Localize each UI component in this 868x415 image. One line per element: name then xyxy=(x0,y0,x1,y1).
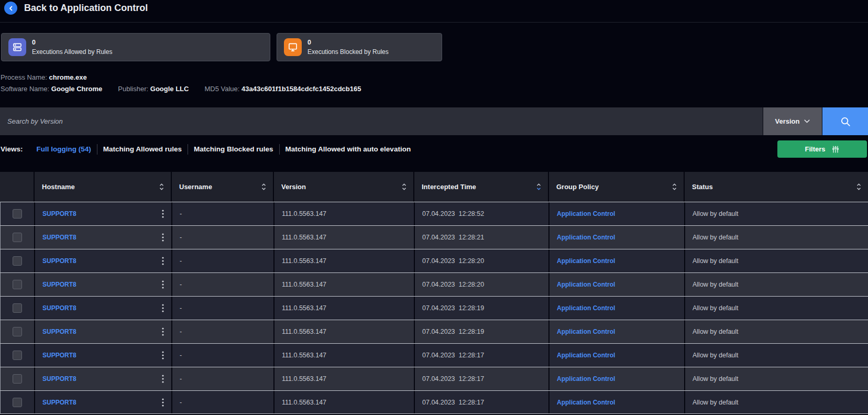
group-policy-link[interactable]: Application Control xyxy=(557,304,615,312)
search-field-dropdown[interactable]: Version xyxy=(763,107,822,135)
group-policy-link[interactable]: Application Control xyxy=(557,375,615,383)
row-checkbox[interactable] xyxy=(13,233,22,242)
username-cell: - xyxy=(172,367,273,390)
filters-button[interactable]: Filters xyxy=(777,140,867,158)
hostname-cell: SUPPORT8 xyxy=(35,202,171,225)
hostname-link[interactable]: SUPPORT8 xyxy=(42,234,76,241)
hostname-cell: SUPPORT8 xyxy=(35,320,171,343)
row-actions-button[interactable] xyxy=(160,373,166,385)
sort-icon xyxy=(159,183,164,191)
row-actions-button[interactable] xyxy=(160,278,166,291)
group-policy-link[interactable]: Application Control xyxy=(557,210,615,217)
group-policy-link[interactable]: Application Control xyxy=(557,234,615,241)
column-header-version[interactable]: Version xyxy=(274,172,413,202)
row-select-cell xyxy=(1,273,34,296)
row-checkbox[interactable] xyxy=(13,327,22,336)
status-cell: Allow by default xyxy=(685,273,868,296)
intercepted-time-cell: 07.04.2023 12:28:20 xyxy=(415,249,548,272)
hostname-link[interactable]: SUPPORT8 xyxy=(42,257,76,265)
username-cell: - xyxy=(172,391,273,413)
row-checkbox[interactable] xyxy=(13,256,22,266)
publisher: Publisher: Google LLC xyxy=(118,83,189,95)
row-select-cell xyxy=(1,226,34,249)
stat-label: Executions Blocked by Rules xyxy=(307,48,389,56)
group-policy-cell: Application Control xyxy=(550,391,684,413)
row-actions-button[interactable] xyxy=(160,208,166,220)
hostname-link[interactable]: SUPPORT8 xyxy=(42,304,76,312)
row-checkbox[interactable] xyxy=(13,280,22,289)
group-policy-link[interactable]: Application Control xyxy=(557,257,615,265)
table-header: Hostname Username Version Intercepted Ti… xyxy=(0,172,868,202)
table-row: SUPPORT8-111.0.5563.14707.04.2023 12:28:… xyxy=(0,296,868,320)
hostname-link[interactable]: SUPPORT8 xyxy=(42,375,76,383)
column-header-status[interactable]: Status xyxy=(685,172,868,202)
row-actions-button[interactable] xyxy=(160,349,166,362)
column-header-intercepted-time[interactable]: Intercepted Time xyxy=(414,172,548,202)
intercepted-time-cell: 07.04.2023 12:28:20 xyxy=(415,273,548,296)
stat-label: Executions Allowed by Rules xyxy=(32,48,112,56)
group-policy-cell: Application Control xyxy=(550,320,684,343)
hostname-cell: SUPPORT8 xyxy=(35,249,171,272)
username-cell: - xyxy=(172,273,273,296)
row-actions-button[interactable] xyxy=(160,255,166,267)
view-tab-full-logging[interactable]: Full logging (54) xyxy=(37,145,91,153)
status-cell: Allow by default xyxy=(685,249,868,272)
hostname-link[interactable]: SUPPORT8 xyxy=(42,281,76,288)
hostname-link[interactable]: SUPPORT8 xyxy=(42,210,76,217)
row-checkbox[interactable] xyxy=(13,303,22,313)
filter-sliders-icon xyxy=(831,145,840,154)
hostname-cell: SUPPORT8 xyxy=(35,297,171,320)
row-checkbox[interactable] xyxy=(13,351,22,360)
process-name: Process Name: chrome.exe xyxy=(1,73,87,81)
group-policy-link[interactable]: Application Control xyxy=(557,399,615,406)
row-checkbox[interactable] xyxy=(13,209,22,219)
views-bar: Views: Full logging (54) Matching Allowe… xyxy=(1,140,416,158)
view-tab-matching-blocked[interactable]: Matching Blocked rules xyxy=(194,145,273,153)
view-tab-matching-allowed[interactable]: Matching Allowed rules xyxy=(103,145,182,153)
status-cell: Allow by default xyxy=(685,344,868,367)
view-tab-matching-auto-elevation[interactable]: Matching Allowed with auto elevation xyxy=(285,145,411,153)
group-policy-cell: Application Control xyxy=(550,249,684,272)
search-input[interactable] xyxy=(0,107,763,135)
group-policy-cell: Application Control xyxy=(550,367,684,390)
row-actions-button[interactable] xyxy=(160,325,166,338)
kebab-menu-icon xyxy=(162,233,164,242)
search-icon xyxy=(840,116,851,127)
table-row: SUPPORT8-111.0.5563.14707.04.2023 12:28:… xyxy=(0,343,868,367)
group-policy-cell: Application Control xyxy=(550,226,684,249)
group-policy-link[interactable]: Application Control xyxy=(557,328,615,335)
version-cell: 111.0.5563.147 xyxy=(274,226,414,249)
stat-card-executions-allowed: 0 Executions Allowed by Rules xyxy=(1,33,270,61)
intercepted-time-cell: 07.04.2023 12:28:19 xyxy=(415,297,548,320)
column-header-group-policy[interactable]: Group Policy xyxy=(549,172,684,202)
group-policy-cell: Application Control xyxy=(550,202,684,225)
back-button[interactable] xyxy=(4,2,17,15)
hostname-link[interactable]: SUPPORT8 xyxy=(42,328,76,335)
intercepted-time-cell: 07.04.2023 12:28:17 xyxy=(415,391,548,413)
column-header-username[interactable]: Username xyxy=(172,172,273,202)
table-row: SUPPORT8-111.0.5563.14707.04.2023 12:28:… xyxy=(0,249,868,272)
row-checkbox[interactable] xyxy=(13,398,22,407)
hostname-link[interactable]: SUPPORT8 xyxy=(42,352,76,359)
group-policy-link[interactable]: Application Control xyxy=(557,281,615,288)
stat-card-executions-blocked: 0 Executions Blocked by Rules xyxy=(277,33,442,61)
group-policy-link[interactable]: Application Control xyxy=(557,352,615,359)
search-button[interactable] xyxy=(822,107,868,135)
group-policy-cell: Application Control xyxy=(550,344,684,367)
sort-icon xyxy=(401,183,407,191)
row-actions-button[interactable] xyxy=(160,302,166,314)
status-cell: Allow by default xyxy=(685,367,868,390)
kebab-menu-icon xyxy=(162,375,164,383)
kebab-menu-icon xyxy=(162,351,164,359)
column-header-hostname[interactable]: Hostname xyxy=(35,172,171,202)
row-checkbox[interactable] xyxy=(13,374,22,384)
table-row: SUPPORT8-111.0.5563.14707.04.2023 12:28:… xyxy=(0,225,868,249)
sort-icon xyxy=(261,183,267,191)
row-actions-button[interactable] xyxy=(160,396,166,409)
username-cell: - xyxy=(172,320,273,343)
username-cell: - xyxy=(172,344,273,367)
hostname-link[interactable]: SUPPORT8 xyxy=(42,399,76,406)
row-actions-button[interactable] xyxy=(160,231,166,244)
intercepted-time-cell: 07.04.2023 12:28:19 xyxy=(415,320,548,343)
status-cell: Allow by default xyxy=(685,226,868,249)
